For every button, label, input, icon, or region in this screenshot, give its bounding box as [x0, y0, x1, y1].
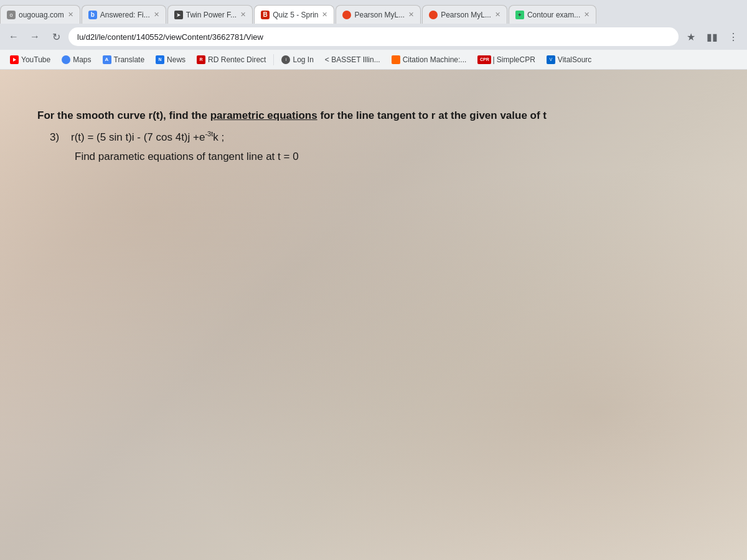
- bookmark-rentec-label: RD Rentec Direct: [208, 55, 266, 64]
- intro-text-end: for the line tangent to r at the given v…: [320, 110, 547, 121]
- tab-pearson2[interactable]: Pearson MyL... ✕: [422, 5, 507, 24]
- bookmarks-bar: YouTube Maps A Translate N News R RD Ren…: [0, 50, 747, 70]
- tab-contour[interactable]: ✦ Contour exam... ✕: [509, 5, 596, 24]
- bookmark-citation[interactable]: Citation Machine:...: [387, 52, 472, 68]
- bookmark-vital-label: VitalSourc: [558, 55, 591, 64]
- find-text: Find parametic equations of tangent line…: [75, 151, 299, 162]
- bookmark-cpr-label: | SimpleCPR: [492, 55, 535, 64]
- bookmark-citation-label: Citation Machine:...: [403, 55, 467, 64]
- tab-quiz-close[interactable]: ✕: [322, 11, 327, 19]
- bookmark-translate-label: Translate: [114, 55, 145, 64]
- tab-answered-label: Answered: Fi...: [100, 11, 150, 19]
- equation-end: k ;: [213, 131, 224, 143]
- tab-quiz[interactable]: B Quiz 5 - Sprin ✕: [254, 5, 334, 24]
- address-bar-row: ← → ↻ ★ ▮▮ ⋮: [0, 24, 747, 50]
- bookmark-star[interactable]: ★: [682, 28, 700, 45]
- tab-pearson2-close[interactable]: ✕: [495, 11, 500, 19]
- problem-text: For the smooth curve r(t), find the para…: [37, 107, 710, 166]
- tab-twin[interactable]: ➤ Twin Power F... ✕: [167, 5, 253, 24]
- bookmark-cpr[interactable]: CPR | SimpleCPR: [472, 52, 540, 68]
- bookmark-login[interactable]: i Log In: [276, 52, 318, 68]
- bookmark-rentec[interactable]: R RD Rentec Direct: [192, 52, 271, 68]
- forward-button[interactable]: →: [26, 28, 44, 45]
- problem-equation-line: 3) r(t) = (5 sin t)i - (7 cos 4t)j +e-3t…: [50, 129, 710, 146]
- equation-start: r(t) = (5 sin t)i - (7 cos 4t)j +e: [71, 131, 205, 143]
- bookmark-maps[interactable]: Maps: [57, 52, 96, 68]
- intro-underlined: parametric equations: [210, 110, 317, 121]
- tab-twin-close[interactable]: ✕: [240, 11, 246, 19]
- tab-quiz-label: Quiz 5 - Sprin: [273, 11, 318, 19]
- bookmark-youtube[interactable]: YouTube: [5, 52, 55, 68]
- tab-ougouag-close[interactable]: ✕: [68, 11, 73, 19]
- page-content: For the smooth curve r(t), find the para…: [0, 70, 747, 560]
- tab-twin-label: Twin Power F...: [186, 11, 237, 19]
- intro-text-start: For the smooth curve r(t), find the: [37, 110, 207, 121]
- tab-contour-label: Contour exam...: [527, 11, 580, 19]
- menu-button[interactable]: ⋮: [725, 28, 742, 45]
- bookmark-vital[interactable]: V VitalSourc: [542, 52, 596, 68]
- tab-bar: o ougouag.com ✕ b Answered: Fi... ✕ ➤ Tw…: [0, 0, 747, 24]
- bookmark-basset[interactable]: < BASSET Illin...: [320, 52, 385, 68]
- tab-pearson1-label: Pearson MyL...: [354, 11, 405, 19]
- browser-chrome: o ougouag.com ✕ b Answered: Fi... ✕ ➤ Tw…: [0, 0, 747, 70]
- exponent: -3t: [205, 131, 213, 138]
- bookmark-maps-label: Maps: [73, 55, 91, 64]
- tab-ougouag-label: ougouag.com: [19, 11, 64, 19]
- bookmark-news[interactable]: N News: [151, 52, 190, 68]
- bookmark-translate[interactable]: A Translate: [98, 52, 150, 68]
- back-button[interactable]: ←: [5, 28, 22, 45]
- tab-answered-close[interactable]: ✕: [154, 11, 159, 19]
- tab-answered[interactable]: b Answered: Fi... ✕: [82, 5, 166, 24]
- tab-pearson1-close[interactable]: ✕: [408, 11, 414, 19]
- problem-container: For the smooth curve r(t), find the para…: [37, 107, 710, 166]
- problem-intro-line: For the smooth curve r(t), find the para…: [37, 107, 710, 124]
- problem-number-label: 3): [50, 131, 59, 143]
- bookmark-separator-1: [273, 54, 274, 65]
- tab-ougouag[interactable]: o ougouag.com ✕: [0, 5, 80, 24]
- find-parametic-line: Find parametic equations of tangent line…: [75, 148, 710, 165]
- bookmark-login-label: Log In: [293, 55, 313, 64]
- bookmark-basset-label: < BASSET Illin...: [325, 55, 380, 64]
- refresh-button[interactable]: ↻: [47, 28, 65, 45]
- tab-pearson2-label: Pearson MyL...: [441, 11, 491, 19]
- tab-contour-close[interactable]: ✕: [584, 11, 590, 19]
- address-bar-input[interactable]: [68, 27, 679, 46]
- tab-pearson1[interactable]: Pearson MyL... ✕: [336, 5, 421, 24]
- bookmark-news-label: News: [167, 55, 186, 64]
- extensions-button[interactable]: ▮▮: [703, 28, 721, 45]
- bookmark-youtube-label: YouTube: [21, 55, 50, 64]
